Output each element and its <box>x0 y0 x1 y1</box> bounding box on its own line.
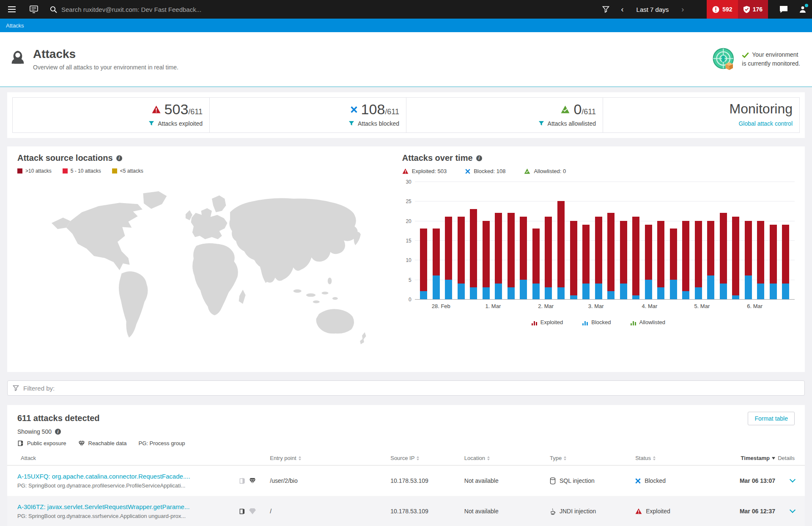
column-status[interactable]: Status <box>635 455 729 461</box>
stacked-bar[interactable] <box>620 221 627 299</box>
search-input[interactable] <box>61 6 281 13</box>
expand-details-chevron[interactable] <box>790 476 796 482</box>
search-icon <box>50 6 57 13</box>
format-table-button[interactable]: Format table <box>748 412 795 425</box>
stacked-bar[interactable] <box>570 221 577 299</box>
problems-badge[interactable]: 592 <box>707 0 738 19</box>
allowlist-triangle-icon <box>524 168 530 174</box>
env-status-line2: is currently monitored. <box>742 59 800 68</box>
stacked-bar[interactable] <box>445 217 452 299</box>
stacked-bar[interactable] <box>657 221 664 299</box>
public-exposure-icon <box>239 508 245 515</box>
column-location[interactable]: Location <box>464 455 550 461</box>
attack-link[interactable]: A-30I6TZ: javax.servlet.ServletRequestWr… <box>17 503 239 510</box>
time-range-label[interactable]: Last 7 days <box>630 6 676 13</box>
stacked-bar[interactable] <box>645 225 652 299</box>
location-cell: Not available <box>464 508 550 515</box>
stacked-bar[interactable] <box>420 229 427 299</box>
stacked-bar[interactable] <box>682 221 689 299</box>
x-tick-label: 4. Mar <box>642 303 657 309</box>
chart-legend-item[interactable]: Allowlisted <box>631 319 665 325</box>
timestamp-cell: Mar 06 13:07 <box>740 477 775 484</box>
stacked-bar[interactable] <box>520 217 527 299</box>
filter-allowlisted[interactable]: Attacks allowlisted <box>538 120 596 127</box>
stacked-bar[interactable] <box>557 201 565 299</box>
column-entry-point[interactable]: Entry point <box>270 455 390 461</box>
breadcrumb-attacks[interactable]: Attacks <box>6 22 24 29</box>
sort-desc-icon <box>772 457 775 460</box>
warning-triangle-icon <box>635 508 642 514</box>
table-row: A-30I6TZ: javax.servlet.ServletRequestWr… <box>7 496 805 526</box>
stacked-bar[interactable] <box>757 221 764 299</box>
stacked-bar[interactable] <box>470 209 477 299</box>
panels-card: Attack source locations i >10 attacks5 -… <box>7 146 805 372</box>
showing-count: Showing 500 <box>17 428 52 435</box>
attacks-detected-heading: 611 attacks detected <box>7 413 805 423</box>
public-exposure-icon <box>239 478 245 484</box>
chart-legend-item[interactable]: Exploited <box>532 319 563 325</box>
time-forward-chevron[interactable]: › <box>675 0 690 19</box>
time-back-chevron[interactable]: ‹ <box>615 0 630 19</box>
funnel-icon <box>148 121 154 127</box>
filter-exploited[interactable]: Attacks exploited <box>148 120 203 127</box>
stacked-bar[interactable] <box>720 213 727 299</box>
warning-triangle-icon <box>402 168 409 174</box>
funnel-icon <box>348 121 354 127</box>
public-exposure-icon <box>17 440 24 446</box>
stacked-bar[interactable] <box>508 213 515 299</box>
stacked-bar[interactable] <box>670 229 677 299</box>
stacked-bar[interactable] <box>745 221 752 299</box>
map-legend-item: >10 attacks <box>17 168 52 174</box>
stacked-bar[interactable] <box>458 217 465 299</box>
page-title: Attacks <box>33 48 178 61</box>
stacked-bar[interactable] <box>595 217 602 299</box>
stacked-bar[interactable] <box>632 217 639 299</box>
allowlist-triangle-icon <box>561 105 570 113</box>
column-type[interactable]: Type <box>550 455 635 461</box>
source-ip-cell: 10.178.53.109 <box>390 477 464 484</box>
chart-panel-title: Attacks over time <box>402 153 473 163</box>
stacked-bar[interactable] <box>483 221 490 299</box>
y-tick-label: 20 <box>406 218 411 224</box>
y-tick-label: 25 <box>406 198 411 204</box>
stacked-bar[interactable] <box>495 213 502 299</box>
stacked-bar[interactable] <box>582 225 590 299</box>
y-tick-label: 0 <box>409 297 411 303</box>
attack-link[interactable]: A-15UXFQ: org.apache.catalina.connector.… <box>17 473 239 480</box>
user-icon[interactable] <box>793 0 812 19</box>
chat-icon[interactable] <box>774 0 793 19</box>
stacked-bar[interactable] <box>532 229 540 299</box>
filter-blocked[interactable]: Attacks blocked <box>348 120 399 127</box>
global-attack-control-link[interactable]: Global attack control <box>738 120 793 127</box>
expand-details-chevron[interactable] <box>790 507 796 513</box>
info-icon[interactable]: i <box>55 429 61 435</box>
chart-legend-item[interactable]: Blocked <box>582 319 611 325</box>
stacked-bar[interactable] <box>732 217 739 299</box>
exclamation-circle-icon <box>712 6 719 13</box>
info-icon[interactable]: i <box>476 155 482 161</box>
status-label: Blocked <box>645 477 666 484</box>
column-source-ip[interactable]: Source IP <box>390 455 464 461</box>
stacked-bar[interactable] <box>545 217 552 299</box>
stacked-bar[interactable] <box>782 225 789 299</box>
menu-icon[interactable] <box>0 0 24 19</box>
dashboard-icon[interactable] <box>24 0 44 19</box>
security-badge[interactable]: 176 <box>738 0 768 19</box>
x-tick-label: 2. Mar <box>538 303 554 309</box>
stacked-bar[interactable] <box>695 221 702 299</box>
filter-bar[interactable]: Filtered by: <box>7 380 805 396</box>
stacked-bar[interactable] <box>707 221 714 299</box>
info-icon[interactable]: i <box>116 155 122 161</box>
stacked-bar[interactable] <box>770 225 777 299</box>
timeframe-filter-icon[interactable] <box>597 0 615 19</box>
stacked-bar[interactable] <box>433 229 440 299</box>
gem-icon <box>78 441 85 446</box>
funnel-icon <box>13 385 19 391</box>
y-tick-label: 5 <box>409 277 411 283</box>
entry-point-cell: /user/2/bio <box>270 477 390 484</box>
column-timestamp[interactable]: Timestamp <box>741 455 775 461</box>
legend-swatch <box>63 168 68 173</box>
world-map <box>17 176 402 366</box>
column-attack[interactable]: Attack <box>17 455 270 461</box>
stacked-bar[interactable] <box>607 213 614 299</box>
